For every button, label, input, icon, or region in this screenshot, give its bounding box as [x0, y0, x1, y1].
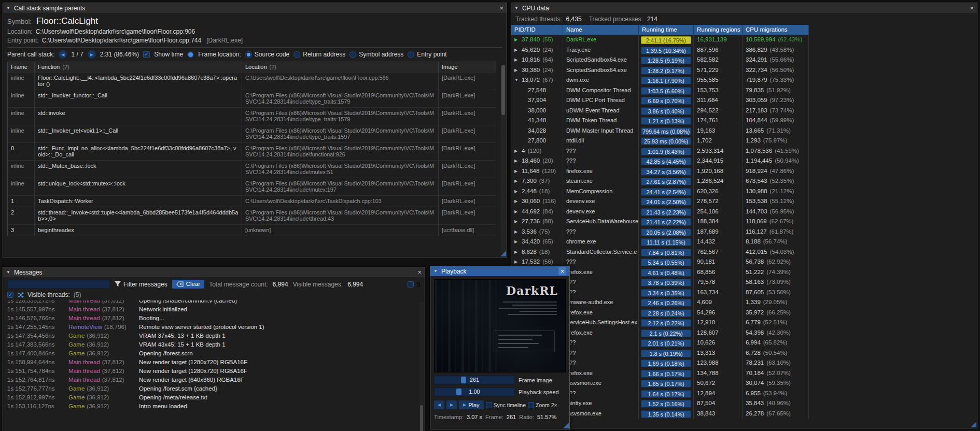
- scrollbar-thumb[interactable]: [420, 405, 423, 431]
- cpu-thread-row[interactable]: ▶37,840(55) DarkRL.exe 2:41.1 (16.75%) 1…: [511, 35, 977, 46]
- step-back-button[interactable]: ◀: [434, 400, 444, 409]
- callstack-frame-row[interactable]: inline std::_Invoker_functor::_Call C:\P…: [8, 90, 496, 107]
- play-button[interactable]: ▶ Play: [459, 400, 484, 409]
- expand-icon[interactable]: ▶: [514, 260, 522, 264]
- expand-icon[interactable]: ▶: [514, 169, 522, 174]
- cpu-thread-row[interactable]: ▶7,300(37) steam.exe 27.61 s (2.87%) 1,2…: [511, 177, 977, 187]
- cpu-thread-row[interactable]: ▶4,632(2) vmware-authd.exe 2.46 s (0.26%…: [511, 298, 977, 308]
- expand-icon[interactable]: ▶: [514, 229, 522, 234]
- message-row[interactable]: 1s 147,354,456ns Game(36,912) VRAM 37x45…: [3, 331, 425, 340]
- collapse-icon[interactable]: ▼: [433, 269, 438, 274]
- clipped-checkbox-label[interactable]: S: [416, 281, 421, 288]
- close-icon[interactable]: ×: [499, 5, 503, 11]
- expand-icon[interactable]: ▶: [514, 37, 522, 42]
- cpu-thread-row[interactable]: ▶18,408(17) firefox.exe 1.66 s (0.17%) 1…: [511, 369, 977, 379]
- expand-icon[interactable]: ▶: [514, 219, 522, 224]
- message-row[interactable]: 1s 151,754,784ns Main thread(37,812) New…: [3, 366, 425, 375]
- expand-icon[interactable]: ▶: [514, 199, 522, 204]
- expand-icon[interactable]: ▶: [514, 250, 522, 254]
- expand-icon[interactable]: ▶: [514, 179, 522, 183]
- playback-speed-slider[interactable]: 1.00: [434, 387, 515, 396]
- expand-icon[interactable]: ▶: [514, 239, 522, 244]
- header-name[interactable]: Name: [563, 25, 639, 35]
- cpu-thread-row[interactable]: ▶16,880(46) ??? 1.69 s (0.18%) 123,988 7…: [511, 358, 977, 369]
- cpu-thread-row[interactable]: ▶536(49) firefox.exe 4.61 s (0.48%) 68,8…: [511, 268, 977, 278]
- callstack-frame-row[interactable]: inline std::unique_lock<std::mutex>::loc…: [8, 178, 496, 195]
- radio-entry-point[interactable]: [408, 51, 414, 58]
- radio-symbol-address[interactable]: [349, 51, 356, 58]
- callstack-titlebar[interactable]: ▼ Call stack sample parents ×: [3, 3, 507, 13]
- cpu-thread-row[interactable]: ▶20,120(17) firefox.exe 2.1 s (0.22%) 12…: [511, 328, 977, 339]
- cpu-thread-row[interactable]: ▶17,396(43) firefox.exe 2.28 s (0.24%) 5…: [511, 308, 977, 319]
- cpu-thread-row[interactable]: 41,348 DWM Token Thread 1.21 s (0.13%) 1…: [511, 116, 977, 126]
- resize-grip[interactable]: [500, 251, 506, 256]
- message-row[interactable]: 1s 147,255,145ns RemoteView(18,796) Remo…: [3, 322, 425, 331]
- expand-icon[interactable]: ▶: [514, 58, 522, 62]
- resize-grip[interactable]: [971, 422, 976, 427]
- cpu-thread-row[interactable]: ▶28,228(5) mintty.exe 1.52 s (0.16%) 87,…: [511, 399, 977, 409]
- cpu-thread-row[interactable]: ▶3,536(75) ??? 20.05 s (2.08%) 187,689 1…: [511, 227, 977, 238]
- clipped-checkbox[interactable]: [408, 281, 414, 288]
- frame-image-slider[interactable]: 261: [434, 376, 515, 384]
- show-time-label[interactable]: Show time: [154, 51, 183, 58]
- radio-source-code[interactable]: [245, 51, 252, 58]
- header-pid-tid[interactable]: PID/TID: [511, 25, 563, 35]
- message-row[interactable]: 1s 150,994,644ns Main thread(37,812) New…: [3, 357, 425, 366]
- cpu-thread-row[interactable]: ▶30,060(116) devenv.exe 24.01 s (2.50%) …: [511, 197, 977, 207]
- expand-icon[interactable]: ▶: [514, 189, 522, 194]
- message-row[interactable]: 1s 146,576,766ns Main thread(37,812) Boo…: [3, 313, 425, 322]
- expand-icon[interactable]: ▶: [514, 209, 522, 214]
- cpu-thread-row[interactable]: ▶10,816(64) ScriptedSandbox64.exe 1:28.5…: [511, 55, 977, 66]
- cpu-thread-row[interactable]: 27,800 ntdll.dll 25.93 ms (0.00%) 1,702 …: [511, 136, 977, 147]
- filter-messages-button[interactable]: Filter messages: [115, 281, 167, 288]
- close-icon[interactable]: ×: [417, 269, 422, 276]
- cpu-thread-row[interactable]: ▶45,620(24) Tracy.exe 1:39.5 (10.34%) 88…: [511, 46, 977, 56]
- prev-parent-button[interactable]: ◀: [59, 50, 67, 59]
- close-icon[interactable]: ×: [970, 5, 974, 11]
- playback-titlebar[interactable]: ▼ Playback ×: [430, 266, 569, 276]
- expand-icon[interactable]: ▶: [514, 48, 522, 52]
- message-row[interactable]: 1s 147,400,846ns Game(36,912) Opening /f…: [3, 349, 425, 357]
- cpu-thread-row[interactable]: ▶18,460(20) ??? 42.85 s (4.45%) 2,344,91…: [511, 156, 977, 167]
- callstack-frame-row[interactable]: inline Floor::CalcLight::__l4::<lambda_5…: [8, 72, 496, 90]
- close-icon[interactable]: ×: [558, 267, 566, 275]
- radio-entry-point-label[interactable]: Entry point: [417, 51, 446, 58]
- cpu-thread-row[interactable]: ▶35,916(39) ??? 1.8 s (0.19%) 13,313 6,7…: [511, 349, 977, 359]
- collapse-icon[interactable]: ▼: [6, 270, 10, 275]
- message-row[interactable]: 1s 153,116,127ns Game(36,912) Intro menu…: [3, 401, 425, 410]
- show-time-checkbox[interactable]: ✓: [143, 51, 150, 58]
- cpu-thread-row[interactable]: ▶18,968(1,018) ServiceHub.SettingsHost.e…: [511, 318, 977, 328]
- message-row[interactable]: 1s 145,557,997ns Main thread(37,812) Net…: [3, 305, 425, 313]
- radio-return-address[interactable]: [293, 51, 300, 58]
- callstack-frame-row[interactable]: inline std::invoke C:\Program Files (x86…: [8, 107, 496, 125]
- cpu-thread-row[interactable]: 34,028 DWM Master Input Thread 799.64 ms…: [511, 126, 977, 137]
- callstack-frame-row[interactable]: inline std::_Mutex_base::lock C:\Program…: [8, 160, 496, 178]
- cpu-thread-row[interactable]: ▶17,532(56) ??? 5.34 s (0.55%) 90,181 56…: [511, 257, 977, 268]
- cpu-thread-row[interactable]: ▶18,172(8) msvsmon.exe 1.35 s (0.14%) 38…: [511, 409, 977, 420]
- sync-timeline-checkbox[interactable]: [486, 402, 492, 408]
- cpu-thread-row[interactable]: ▼13,072(67) dwm.exe 1:16.1 (7.90%) 955,5…: [511, 76, 977, 86]
- cpu-thread-row[interactable]: ▶8,628(18) StandardCollector.Service.e 7…: [511, 248, 977, 258]
- cpu-thread-row[interactable]: 27,548 DWM Compositor Thread 1:03.5 (6.6…: [511, 86, 977, 96]
- messages-titlebar[interactable]: ▼ Messages ×: [3, 267, 425, 277]
- collapse-icon[interactable]: ▼: [6, 6, 10, 10]
- header-cpu-migrations[interactable]: CPU migrations: [743, 25, 809, 35]
- resize-grip[interactable]: [563, 423, 569, 428]
- callstack-frame-row[interactable]: 3 beginthreadex [unknown] [ucrtbase.dll]: [8, 224, 496, 236]
- step-forward-button[interactable]: ▶: [446, 400, 457, 409]
- header-running-time[interactable]: Running time: [639, 25, 694, 35]
- cpu-thread-row[interactable]: ▶30,380(24) ScriptedSandbox64.exe 1:28.2…: [511, 66, 977, 76]
- zoom-2x-label[interactable]: Zoom 2×: [536, 402, 557, 408]
- expand-icon[interactable]: ▼: [514, 78, 522, 82]
- cpu-thread-row[interactable]: 37,904 DWM LPC Port Thread 6.69 s (0.70%…: [511, 96, 977, 106]
- cpu-thread-row[interactable]: ▶16,332(982) ??? 1.64 s (0.17%) 12,894 6…: [511, 389, 977, 399]
- message-row[interactable]: 1s 120,335,272ns Main thread(37,812) Ope…: [3, 300, 425, 305]
- cpu-thread-row[interactable]: ▶4(120) ??? 1:01.9 (6.43%) 2,593,314 1,0…: [511, 147, 977, 157]
- messages-scrollbar[interactable]: [419, 301, 424, 431]
- callstack-scrollbar[interactable]: [501, 64, 506, 254]
- callstack-frame-row[interactable]: 2 std::thread::_Invoke<std::tuple<<lambd…: [8, 207, 496, 224]
- radio-return-address-label[interactable]: Return address: [303, 51, 345, 58]
- header-running-regions[interactable]: Running regions: [694, 25, 743, 35]
- cpu-thread-row[interactable]: ▶22,404(12) msvsmon.exe 1.65 s (0.17%) 5…: [511, 379, 977, 389]
- cpu-thread-row[interactable]: ▶22,804(45) ??? 3.78 s (0.39%) 79,578 58…: [511, 278, 977, 288]
